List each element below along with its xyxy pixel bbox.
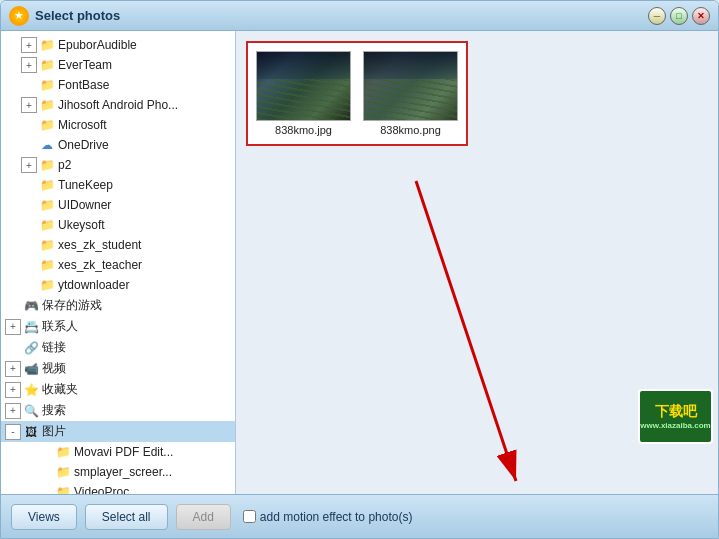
photo-item-1[interactable]: 838kmo.jpg [256, 51, 351, 136]
tree-label: 视频 [42, 360, 66, 377]
right-panel: 838kmo.jpg 838kmo.png [236, 31, 718, 494]
tree-item-video[interactable]: + 📹 视频 [1, 358, 235, 379]
expander-contacts[interactable]: + [5, 319, 21, 335]
tree-label: p2 [58, 158, 71, 172]
tree-label: FontBase [58, 78, 109, 92]
folder-tree: + 📁 EpuborAudible + 📁 EverTeam 📁 FontBas… [1, 31, 236, 494]
folder-icon: 📁 [55, 444, 71, 460]
photos-area: 838kmo.jpg 838kmo.png [236, 31, 718, 494]
content-area: + 📁 EpuborAudible + 📁 EverTeam 📁 FontBas… [1, 31, 718, 494]
tree-item-games[interactable]: 🎮 保存的游戏 [1, 295, 235, 316]
tree-label: Movavi PDF Edit... [74, 445, 173, 459]
expander-ukeysoft [21, 217, 37, 233]
expander-fontbase [21, 77, 37, 93]
tree-item-smplayer[interactable]: 📁 smplayer_screer... [1, 462, 235, 482]
photo-item-2[interactable]: 838kmo.png [363, 51, 458, 136]
main-window: ★ Select photos ─ □ ✕ + 📁 EpuborAudible … [0, 0, 719, 539]
contacts-icon: 📇 [23, 319, 39, 335]
tree-item-everteam[interactable]: + 📁 EverTeam [1, 55, 235, 75]
tree-label: TuneKeep [58, 178, 113, 192]
expander-pictures[interactable]: - [5, 424, 21, 440]
maximize-button[interactable]: □ [670, 7, 688, 25]
expander-epuboraudible[interactable]: + [21, 37, 37, 53]
expander-jihosoft[interactable]: + [21, 97, 37, 113]
arrow-indicator [376, 171, 576, 494]
tree-item-xes-teacher[interactable]: 📁 xes_zk_teacher [1, 255, 235, 275]
tree-item-jihosoft[interactable]: + 📁 Jihosoft Android Pho... [1, 95, 235, 115]
tree-item-epuboraudible[interactable]: + 📁 EpuborAudible [1, 35, 235, 55]
folder-icon: 📁 [39, 197, 55, 213]
folder-icon: 📁 [39, 257, 55, 273]
tree-item-fontbase[interactable]: 📁 FontBase [1, 75, 235, 95]
tree-item-tunekeep[interactable]: 📁 TuneKeep [1, 175, 235, 195]
tree-label: 保存的游戏 [42, 297, 102, 314]
folder-icon: 📁 [39, 177, 55, 193]
tree-label: smplayer_screer... [74, 465, 172, 479]
tree-label: Ukeysoft [58, 218, 105, 232]
tree-item-contacts[interactable]: + 📇 联系人 [1, 316, 235, 337]
select-all-button[interactable]: Select all [85, 504, 168, 530]
tree-item-favorites[interactable]: + ⭐ 收藏夹 [1, 379, 235, 400]
tree-item-ukeysoft[interactable]: 📁 Ukeysoft [1, 215, 235, 235]
motion-effect-checkbox-area: add motion effect to photo(s) [243, 510, 413, 524]
motion-effect-label: add motion effect to photo(s) [260, 510, 413, 524]
folder-icon: 📁 [39, 57, 55, 73]
tree-label: EpuborAudible [58, 38, 137, 52]
expander-uidowner [21, 197, 37, 213]
expander-microsoft [21, 117, 37, 133]
photo-label-1: 838kmo.jpg [275, 124, 332, 136]
minimize-button[interactable]: ─ [648, 7, 666, 25]
tree-item-ytdownloader[interactable]: 📁 ytdownloader [1, 275, 235, 295]
link-icon: 🔗 [23, 340, 39, 356]
expander-search[interactable]: + [5, 403, 21, 419]
tree-label: 图片 [42, 423, 66, 440]
expander-links [5, 340, 21, 356]
expander-favorites[interactable]: + [5, 382, 21, 398]
close-button[interactable]: ✕ [692, 7, 710, 25]
expander-everteam[interactable]: + [21, 57, 37, 73]
motion-effect-checkbox[interactable] [243, 510, 256, 523]
search-icon: 🔍 [23, 403, 39, 419]
tree-item-p2[interactable]: + 📁 p2 [1, 155, 235, 175]
tree-item-links[interactable]: 🔗 链接 [1, 337, 235, 358]
tree-item-videoproc[interactable]: 📁 VideoProc [1, 482, 235, 494]
expander-xes-student [21, 237, 37, 253]
tree-item-uidowner[interactable]: 📁 UIDowner [1, 195, 235, 215]
views-button[interactable]: Views [11, 504, 77, 530]
tree-label: 链接 [42, 339, 66, 356]
expander-videoproc [37, 484, 53, 494]
expander-video[interactable]: + [5, 361, 21, 377]
expander-games [5, 298, 21, 314]
photo-label-2: 838kmo.png [380, 124, 441, 136]
tree-item-onedrive[interactable]: ☁ OneDrive [1, 135, 235, 155]
tree-item-movavi[interactable]: 📁 Movavi PDF Edit... [1, 442, 235, 462]
add-button[interactable]: Add [176, 504, 231, 530]
titlebar: ★ Select photos ─ □ ✕ [1, 1, 718, 31]
svg-line-1 [416, 181, 516, 481]
tree-label: 联系人 [42, 318, 78, 335]
expander-p2[interactable]: + [21, 157, 37, 173]
window-controls: ─ □ ✕ [648, 7, 710, 25]
favorites-icon: ⭐ [23, 382, 39, 398]
expander-ytdownloader [21, 277, 37, 293]
expander-xes-teacher [21, 257, 37, 273]
tree-label: ytdownloader [58, 278, 129, 292]
tree-label: xes_zk_student [58, 238, 141, 252]
tree-item-search[interactable]: + 🔍 搜索 [1, 400, 235, 421]
folder-icon: 📁 [39, 97, 55, 113]
tree-item-microsoft[interactable]: 📁 Microsoft [1, 115, 235, 135]
tree-item-pictures[interactable]: - 🖼 图片 [1, 421, 235, 442]
photos-grid: 838kmo.jpg 838kmo.png [246, 41, 468, 146]
watermark-text-bottom: www.xiazaiba.com [640, 421, 710, 430]
tree-label: EverTeam [58, 58, 112, 72]
photo-thumbnail-2 [363, 51, 458, 121]
tree-label: xes_zk_teacher [58, 258, 142, 272]
pictures-icon: 🖼 [23, 424, 39, 440]
games-icon: 🎮 [23, 298, 39, 314]
folder-icon: 📁 [39, 37, 55, 53]
tree-item-xes-student[interactable]: 📁 xes_zk_student [1, 235, 235, 255]
window-title: Select photos [35, 8, 648, 23]
cloud-icon: ☁ [39, 137, 55, 153]
tree-label: VideoProc [74, 485, 129, 494]
expander-tunekeep [21, 177, 37, 193]
